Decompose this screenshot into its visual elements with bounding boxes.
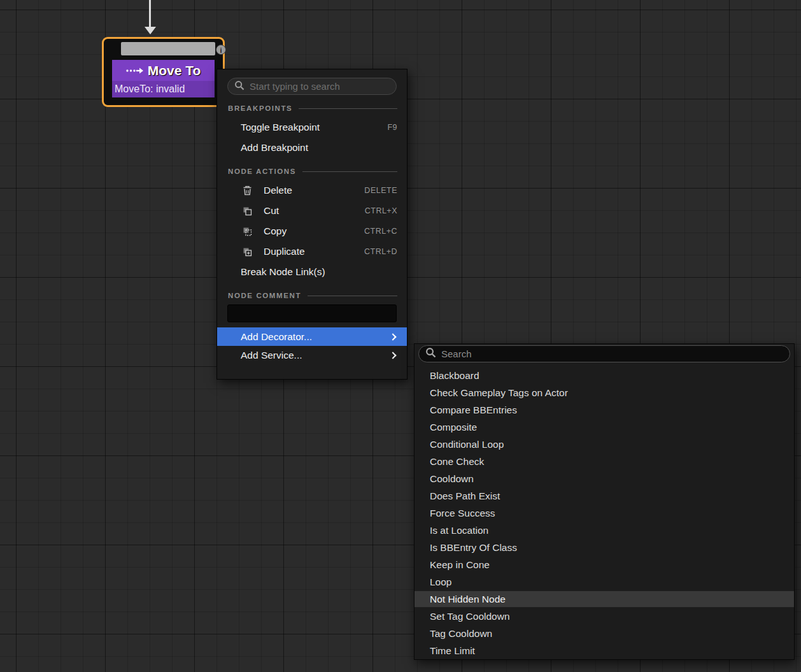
submenu-item-compare-bbentries[interactable]: Compare BBEntries bbox=[415, 401, 794, 418]
submenu-item-loop[interactable]: Loop bbox=[415, 573, 794, 590]
node-name-bar bbox=[121, 42, 215, 55]
menu-item-label: Add Breakpoint bbox=[241, 142, 308, 154]
decorator-list: Blackboard Check Gameplay Tags on Actor … bbox=[415, 367, 794, 659]
section-header-node-actions: NODE ACTIONS bbox=[228, 168, 397, 175]
menu-item-copy[interactable]: Copy CTRL+C bbox=[217, 221, 407, 241]
menu-item-label: Toggle Breakpoint bbox=[241, 122, 320, 133]
section-label: NODE ACTIONS bbox=[228, 168, 296, 175]
copy-icon bbox=[241, 227, 253, 236]
submenu-item-set-tag-cooldown[interactable]: Set Tag Cooldown bbox=[415, 608, 794, 625]
menu-item-label: Add Service... bbox=[241, 350, 302, 361]
move-to-icon bbox=[126, 68, 143, 74]
submenu-item-tag-cooldown[interactable]: Tag Cooldown bbox=[415, 625, 794, 642]
submenu-item-cooldown[interactable]: Cooldown bbox=[415, 470, 794, 487]
menu-item-label: Add Decorator... bbox=[241, 331, 312, 343]
menu-search-input[interactable] bbox=[250, 81, 390, 92]
submenu-search-input[interactable] bbox=[441, 348, 783, 359]
connection-arrow-icon bbox=[145, 27, 156, 34]
node-title: Move To bbox=[148, 63, 201, 78]
menu-item-delete[interactable]: Delete DELETE bbox=[217, 180, 407, 201]
search-icon bbox=[425, 347, 436, 361]
submenu-item-force-success[interactable]: Force Success bbox=[415, 504, 794, 522]
section-header-breakpoints: BREAKPOINTS bbox=[228, 104, 397, 112]
node-comment-input[interactable] bbox=[227, 304, 397, 322]
chevron-right-icon bbox=[389, 352, 396, 359]
node-body: Move To MoveTo: invalid bbox=[112, 60, 215, 97]
submenu-item-time-limit[interactable]: Time Limit bbox=[415, 642, 794, 659]
add-decorator-submenu: Blackboard Check Gameplay Tags on Actor … bbox=[414, 343, 795, 660]
menu-item-shortcut: CTRL+C bbox=[364, 227, 397, 236]
submenu-item-conditional-loop[interactable]: Conditional Loop bbox=[415, 436, 794, 453]
menu-item-label: Cut bbox=[264, 205, 279, 217]
section-divider bbox=[299, 108, 397, 109]
menu-item-shortcut: CTRL+D bbox=[364, 247, 397, 256]
behavior-tree-graph[interactable]: i Move To MoveTo: invalid BREAKPOINTS To… bbox=[0, 0, 801, 672]
menu-item-label: Copy bbox=[264, 225, 287, 237]
section-header-node-comment: NODE COMMENT bbox=[228, 292, 397, 299]
menu-item-add-breakpoint[interactable]: Add Breakpoint bbox=[217, 138, 407, 158]
submenu-item-check-gameplay-tags-on-actor[interactable]: Check Gameplay Tags on Actor bbox=[415, 384, 794, 401]
menu-item-label: Duplicate bbox=[264, 246, 305, 257]
menu-item-shortcut: CTRL+X bbox=[365, 206, 397, 215]
submenu-item-keep-in-cone[interactable]: Keep in Cone bbox=[415, 556, 794, 573]
chevron-right-icon bbox=[389, 333, 396, 340]
submenu-search-box[interactable] bbox=[418, 345, 790, 362]
node-context-menu: BREAKPOINTS Toggle Breakpoint F9 Add Bre… bbox=[216, 69, 408, 380]
node-header: Move To bbox=[112, 60, 215, 81]
menu-search-box[interactable] bbox=[227, 78, 397, 95]
menu-item-cut[interactable]: Cut CTRL+X bbox=[217, 201, 407, 221]
submenu-item-not-hidden-node[interactable]: Not Hidden Node bbox=[415, 590, 794, 608]
menu-item-label: Delete bbox=[264, 185, 292, 196]
submenu-item-does-path-exist[interactable]: Does Path Exist bbox=[415, 487, 794, 504]
connection-wire bbox=[149, 0, 151, 27]
section-divider bbox=[302, 171, 397, 172]
menu-item-duplicate[interactable]: Duplicate CTRL+D bbox=[217, 241, 407, 262]
node-info-badge: i bbox=[216, 45, 226, 55]
search-icon bbox=[234, 80, 245, 93]
menu-item-shortcut: F9 bbox=[387, 123, 397, 132]
submenu-item-is-at-location[interactable]: Is at Location bbox=[415, 522, 794, 539]
node-subtitle: MoveTo: invalid bbox=[112, 81, 215, 97]
move-to-node[interactable]: i Move To MoveTo: invalid bbox=[102, 37, 225, 107]
submenu-item-composite[interactable]: Composite bbox=[415, 418, 794, 436]
section-label: BREAKPOINTS bbox=[228, 104, 292, 112]
submenu-item-cone-check[interactable]: Cone Check bbox=[415, 453, 794, 470]
cut-icon bbox=[241, 206, 253, 216]
submenu-item-blackboard[interactable]: Blackboard bbox=[415, 367, 794, 384]
section-label: NODE COMMENT bbox=[228, 292, 301, 299]
trash-icon bbox=[241, 185, 253, 196]
menu-item-shortcut: DELETE bbox=[364, 186, 397, 195]
menu-item-break-node-links[interactable]: Break Node Link(s) bbox=[217, 262, 407, 282]
menu-item-add-decorator[interactable]: Add Decorator... bbox=[217, 327, 407, 346]
menu-item-label: Break Node Link(s) bbox=[241, 266, 325, 278]
duplicate-icon bbox=[241, 247, 253, 257]
menu-item-toggle-breakpoint[interactable]: Toggle Breakpoint F9 bbox=[217, 117, 407, 138]
section-divider bbox=[308, 296, 397, 296]
submenu-item-is-bbentry-of-class[interactable]: Is BBEntry Of Class bbox=[415, 539, 794, 556]
menu-item-add-service[interactable]: Add Service... bbox=[217, 346, 407, 364]
